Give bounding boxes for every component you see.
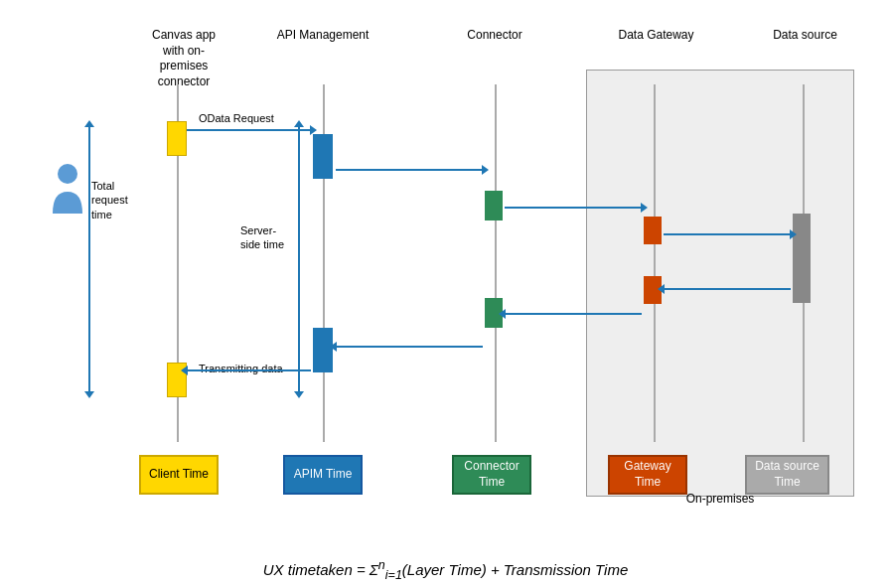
server-side-label: Server-side time xyxy=(240,223,295,252)
arrow-canvas-apim xyxy=(187,129,311,131)
legend-apim-time: APIM Time xyxy=(283,455,363,495)
main-container: Canvas appwith on-premisesconnector API … xyxy=(0,0,891,588)
server-side-arrow xyxy=(298,126,300,392)
total-request-label: Totalrequesttime xyxy=(91,179,146,221)
arrow-gateway-datasource xyxy=(664,233,791,235)
odata-request-label: OData Request xyxy=(199,112,274,124)
col-header-gateway: Data Gateway xyxy=(614,28,698,44)
arrow-connector-apim-return xyxy=(336,346,483,348)
col-header-connector: Connector xyxy=(455,28,534,44)
legend-gateway-time: GatewayTime xyxy=(608,455,687,495)
col-header-datasource: Data source xyxy=(763,28,847,44)
client-block-top xyxy=(167,121,187,156)
col-line-connector xyxy=(495,84,497,442)
legend-datasource-time: Data sourceTime xyxy=(745,455,829,495)
arrow-apim-canvas-return xyxy=(187,369,311,371)
transmitting-data-label: Transmitting data xyxy=(199,363,283,374)
total-request-arrow xyxy=(88,126,90,392)
col-header-canvas: Canvas appwith on-premisesconnector xyxy=(139,28,228,89)
svg-point-0 xyxy=(58,164,77,184)
legend-connector-time: ConnectorTime xyxy=(452,455,531,495)
on-premises-area xyxy=(586,70,854,497)
arrow-apim-connector xyxy=(336,169,483,171)
formula-text: UX timetaken = Σni=1(Layer Time) + Trans… xyxy=(0,558,891,582)
person-icon xyxy=(48,164,87,219)
arrow-connector-gateway xyxy=(505,207,642,209)
gateway-block-top xyxy=(644,217,662,244)
col-header-apim: API Management xyxy=(273,28,372,44)
apim-block-top xyxy=(313,134,333,179)
connector-block-top xyxy=(485,191,503,220)
legend-client-time: Client Time xyxy=(139,455,219,495)
arrow-datasource-gateway-return xyxy=(664,288,791,290)
col-line-gateway xyxy=(654,84,656,442)
datasource-block xyxy=(793,214,811,303)
diagram: Canvas appwith on-premisesconnector API … xyxy=(20,10,869,516)
arrow-gateway-connector-return xyxy=(505,313,642,315)
